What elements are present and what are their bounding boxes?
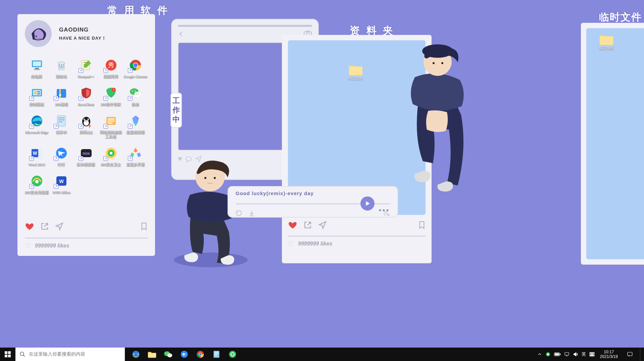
tb-notepad[interactable] bbox=[209, 348, 224, 361]
desktop-icon-label: WPS Office bbox=[53, 190, 70, 195]
svg-point-19 bbox=[59, 94, 61, 96]
tray-network-icon[interactable] bbox=[564, 352, 569, 357]
section-title-temp: 临时文件 bbox=[599, 12, 642, 22]
download-icon[interactable] bbox=[248, 210, 255, 218]
temp-label: 稿定抠图 bbox=[599, 46, 614, 50]
360soft-icon: 7↗ bbox=[103, 85, 119, 101]
tb-360browser[interactable] bbox=[226, 348, 240, 361]
svg-rect-86 bbox=[213, 351, 219, 358]
svg-rect-16 bbox=[37, 93, 40, 94]
desktop-icon-cpanel[interactable]: ↗控制面板 bbox=[25, 85, 49, 107]
svg-text:nox: nox bbox=[83, 151, 90, 156]
heart-outline-icon[interactable]: ♥ bbox=[178, 154, 182, 163]
tray-volume-icon[interactable] bbox=[573, 352, 578, 357]
tb-chrome[interactable] bbox=[193, 348, 207, 361]
progress-track[interactable] bbox=[236, 198, 390, 210]
panel-folder: 稿定设计 ♡ 9999999 likes bbox=[282, 35, 432, 263]
desktop-icon-tool[interactable]: ↗网络编辑超级工具箱 bbox=[99, 113, 123, 139]
desktop-icon-recycle[interactable]: 回收站 bbox=[50, 57, 74, 79]
tray-chevron-up-icon[interactable] bbox=[537, 352, 542, 357]
desktop-icon-label: 夜神模拟器 bbox=[77, 163, 95, 167]
desktop-icon-sim1[interactable]: ↗逍遥模拟器 bbox=[123, 113, 148, 139]
play-button[interactable] bbox=[360, 196, 375, 211]
desktop-icon-360safe[interactable]: ↗360安全卫士 bbox=[99, 145, 123, 167]
desktop-icon-360zip[interactable]: ↗360压缩 bbox=[50, 85, 74, 107]
show-desktop-button[interactable] bbox=[640, 348, 642, 361]
svg-point-25 bbox=[135, 90, 136, 91]
comment-icon[interactable] bbox=[185, 155, 192, 163]
svg-point-74 bbox=[134, 353, 138, 355]
desktop-icon-notepad[interactable]: ↗记事本 bbox=[50, 113, 74, 139]
desktop-icon-meitu[interactable]: 秀↗美图秀秀 bbox=[99, 57, 123, 79]
taskbar-search-input[interactable] bbox=[29, 348, 116, 361]
desktop-icon-pc[interactable]: 此电脑 bbox=[25, 57, 49, 79]
sim2-icon: ↗ bbox=[128, 145, 144, 161]
svg-point-54 bbox=[35, 180, 39, 183]
tb-ie[interactable] bbox=[129, 348, 143, 361]
repeat-icon[interactable] bbox=[236, 210, 242, 218]
start-button[interactable] bbox=[0, 348, 15, 361]
tray-notifications-icon[interactable] bbox=[623, 348, 637, 361]
desktop-icon-label: 网络编辑超级工具箱 bbox=[99, 130, 123, 139]
desktop-icon-edge[interactable]: ↗Microsoft Edge bbox=[25, 113, 49, 139]
bookmark-icon[interactable] bbox=[140, 222, 148, 231]
tray-clock[interactable]: 10:17 2021/3/19 bbox=[600, 350, 618, 359]
send-icon[interactable] bbox=[195, 155, 202, 163]
share-icon[interactable] bbox=[303, 221, 312, 229]
desktop-icon-npp[interactable]: ↗Notepad++ bbox=[74, 57, 98, 79]
tray-360-icon[interactable] bbox=[545, 352, 551, 357]
desktop-icon-sim2[interactable]: ↗逍遥多开器 bbox=[123, 145, 148, 167]
tb-dingding[interactable] bbox=[177, 348, 191, 361]
word-icon: W↗ bbox=[29, 145, 45, 161]
desktop-icon-chrome[interactable]: ↗Google Chrome bbox=[123, 57, 148, 79]
desktop-icon-shield[interactable]: ↗SecoClient bbox=[74, 85, 98, 107]
panel-actions bbox=[288, 220, 426, 230]
panel-temp: 稿定抠图 bbox=[581, 23, 644, 265]
heart-icon[interactable] bbox=[288, 220, 297, 230]
svg-rect-43 bbox=[108, 123, 112, 124]
tray-ime1[interactable]: 英 bbox=[582, 351, 586, 357]
desktop-icon-nox[interactable]: nox↗夜神模拟器 bbox=[74, 145, 98, 167]
share-icon[interactable] bbox=[40, 222, 49, 231]
desktop-icon-wechat[interactable]: ↗微信 bbox=[123, 85, 148, 107]
folder-item[interactable]: 稿定设计 bbox=[348, 63, 363, 80]
desktop-icon-360br[interactable]: ↗360安全浏览器 bbox=[25, 173, 49, 195]
desktop-icon-label: 美图秀秀 bbox=[104, 75, 118, 79]
edge-icon: ↗ bbox=[29, 113, 45, 129]
heart-icon[interactable] bbox=[25, 222, 34, 231]
svg-rect-98 bbox=[565, 353, 569, 355]
send-icon[interactable] bbox=[55, 222, 64, 231]
tray-battery-icon[interactable] bbox=[554, 352, 561, 356]
desktop-icon-wps[interactable]: W↗WPS Office bbox=[50, 173, 74, 195]
send-icon[interactable] bbox=[318, 221, 327, 229]
qq-icon: ↗ bbox=[78, 113, 94, 129]
tb-explorer[interactable] bbox=[145, 348, 159, 361]
taskbar-search[interactable] bbox=[15, 348, 125, 361]
svg-point-38 bbox=[87, 119, 88, 120]
back-icon[interactable] bbox=[178, 31, 185, 39]
temp-item[interactable]: 稿定抠图 bbox=[599, 33, 614, 50]
desktop-icon-qq[interactable]: ↗腾讯QQ bbox=[74, 113, 98, 139]
svg-point-81 bbox=[170, 355, 171, 355]
svg-point-11 bbox=[134, 63, 138, 67]
desktop-icon-ding[interactable]: ↗钉钉 bbox=[50, 145, 74, 167]
tray-ime2[interactable] bbox=[589, 352, 595, 357]
svg-text:7: 7 bbox=[113, 88, 114, 91]
svg-rect-3 bbox=[33, 61, 41, 66]
svg-point-14 bbox=[34, 91, 37, 94]
svg-rect-69 bbox=[8, 351, 11, 354]
desktop-icon-word[interactable]: W↗Word 2013 bbox=[25, 145, 49, 167]
svg-point-27 bbox=[138, 94, 139, 95]
bookmark-icon[interactable] bbox=[418, 221, 426, 229]
desktop-icon-label: 微信 bbox=[132, 102, 139, 107]
svg-rect-71 bbox=[8, 355, 11, 357]
svg-point-39 bbox=[85, 121, 87, 122]
svg-point-52 bbox=[110, 152, 112, 154]
more-icon[interactable]: ••• bbox=[379, 207, 390, 214]
svg-point-37 bbox=[85, 119, 86, 120]
desktop-icon-360soft[interactable]: 7↗360软件管家 bbox=[99, 85, 123, 107]
tb-wechat[interactable] bbox=[161, 348, 175, 361]
likes-count: 9999999 likes bbox=[35, 243, 69, 249]
desktop-icon-label: 逍遥模拟器 bbox=[127, 130, 145, 135]
desktop-icon-label: 回收站 bbox=[56, 75, 67, 79]
